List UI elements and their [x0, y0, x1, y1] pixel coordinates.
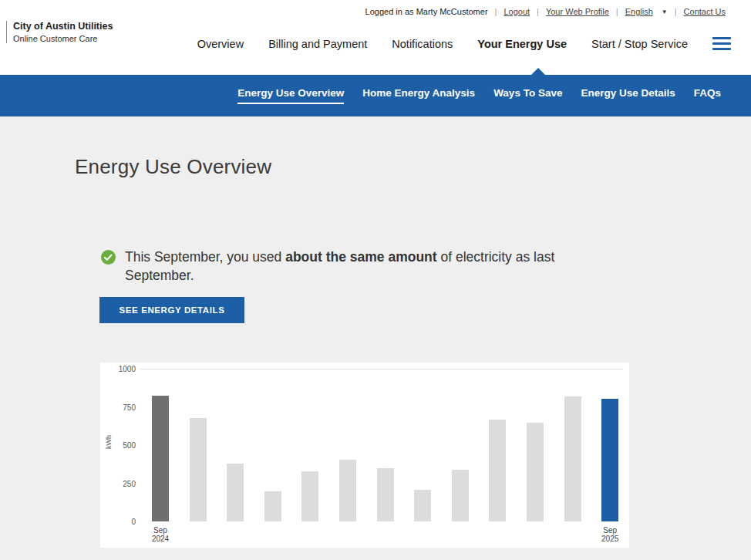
logo-line2: Online Customer Care — [13, 34, 113, 43]
nav-item-your-energy-use[interactable]: Your Energy Use — [477, 38, 567, 50]
chart-bar[interactable] — [264, 491, 281, 521]
separator: | — [616, 7, 618, 16]
separator: | — [537, 7, 539, 16]
nav-item-notifications[interactable]: Notifications — [392, 38, 453, 50]
logo-line1: City of Austin Utilities — [13, 21, 113, 32]
chart-bar[interactable] — [414, 490, 431, 521]
y-axis-tick: 0 — [100, 518, 136, 526]
message-bold: about the same amount — [285, 249, 436, 265]
chevron-down-icon[interactable]: ▼ — [662, 8, 668, 15]
chart-bar[interactable] — [564, 396, 581, 521]
main-nav: Overview Billing and Payment Notificatio… — [197, 35, 731, 52]
chart-bar[interactable] — [489, 420, 506, 521]
chart-bar[interactable] — [339, 460, 356, 521]
subnav-item-energy-use-overview[interactable]: Energy Use Overview — [237, 87, 344, 104]
x-axis-label: Sep2024 — [152, 526, 169, 543]
y-axis-tick: 250 — [100, 480, 136, 488]
chart-bar[interactable] — [377, 468, 394, 521]
see-energy-details-button[interactable]: SEE ENERGY DETAILS — [99, 297, 244, 323]
top-header: City of Austin Utilities Online Customer… — [0, 0, 751, 75]
chart-bar[interactable] — [527, 423, 544, 521]
chart-bar[interactable] — [601, 399, 618, 521]
active-nav-caret-icon — [531, 68, 545, 75]
subnav-item-energy-use-details[interactable]: Energy Use Details — [581, 87, 675, 104]
y-axis-tick: 500 — [100, 441, 136, 450]
y-axis-tick: 750 — [100, 403, 136, 412]
y-axis-tick: 1000 — [100, 365, 136, 373]
chart-plot — [143, 369, 625, 521]
subnav-item-ways-to-save[interactable]: Ways To Save — [493, 87, 562, 104]
subnav-item-home-energy-analysis[interactable]: Home Energy Analysis — [362, 87, 475, 104]
language-link[interactable]: English — [625, 7, 653, 16]
web-profile-link[interactable]: Your Web Profile — [546, 7, 609, 16]
nav-item-billing-and-payment[interactable]: Billing and Payment — [268, 38, 367, 50]
logged-in-text: Logged in as Marty McCustomer — [365, 7, 488, 16]
nav-item-overview[interactable]: Overview — [197, 38, 244, 50]
chart-bar[interactable] — [452, 470, 469, 521]
chart-bar[interactable] — [152, 396, 169, 521]
main-content: Energy Use Overview This September, you … — [0, 116, 751, 560]
chart-bar[interactable] — [190, 418, 207, 521]
logo: City of Austin Utilities Online Customer… — [6, 21, 113, 43]
chart-bar[interactable] — [227, 464, 244, 521]
logout-link[interactable]: Logout — [503, 7, 530, 16]
separator: | — [495, 7, 497, 16]
page-title: Energy Use Overview — [75, 155, 271, 179]
usage-summary-message: This September, you used about the same … — [101, 248, 610, 285]
hamburger-menu-icon[interactable] — [712, 35, 731, 52]
utility-bar: Logged in as Marty McCustomer | Logout |… — [365, 7, 726, 16]
energy-chart: kWh 02505007501000Sep2024Sep2025 — [100, 363, 629, 548]
nav-item-start-stop-service[interactable]: Start / Stop Service — [591, 38, 688, 50]
x-axis-label: Sep2025 — [601, 526, 618, 543]
contact-us-link[interactable]: Contact Us — [684, 7, 726, 16]
subnav-item-faqs[interactable]: FAQs — [694, 87, 721, 104]
check-circle-icon — [101, 250, 116, 285]
energy-subnav: Energy Use Overview Home Energy Analysis… — [0, 75, 751, 116]
chart-bar[interactable] — [301, 471, 318, 521]
message-pre: This September, you used — [125, 249, 285, 265]
separator: | — [675, 7, 677, 16]
usage-summary-text: This September, you used about the same … — [125, 248, 601, 285]
